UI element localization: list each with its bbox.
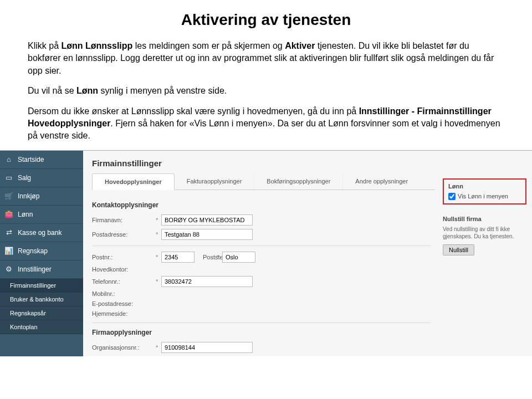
required-icon: *: [156, 217, 161, 223]
label-poststed: Poststed:: [195, 254, 217, 260]
text: Du vil nå se: [28, 86, 76, 95]
input-firmanavn[interactable]: [161, 214, 253, 226]
doc-paragraph-1: Klikk på Lønn Lønnsslipp les meldingen s…: [28, 40, 504, 77]
nullstill-title: Nullstill firma: [443, 216, 526, 222]
accounting-icon: 📊: [4, 247, 13, 255]
label-epost: E-postadresse:: [92, 300, 156, 307]
sidebar-item-regnskap[interactable]: 📊 Regnskap: [0, 242, 83, 260]
input-orgnr[interactable]: [161, 342, 253, 353]
label-hovedkontor: Hovedkontor:: [92, 266, 156, 273]
input-postnr[interactable]: [161, 252, 195, 263]
sidebar-item-label: Lønn: [18, 211, 33, 218]
nullstill-text: Ved nullstilling av ditt fi ikke gjenska…: [443, 226, 526, 240]
required-icon: *: [156, 231, 161, 238]
text: Klikk på: [28, 41, 61, 50]
input-telefonnr[interactable]: [161, 276, 253, 287]
label-orgnr: Organisasjonsnr.:: [92, 344, 156, 351]
text: synlig i menyen på venstre side.: [98, 86, 227, 95]
sidebar-item-label: Innkjøp: [18, 192, 39, 200]
tab-bokforingsopplysninger[interactable]: Bokføringsopplysninger: [254, 173, 343, 190]
sidebar-item-label: Salg: [18, 174, 31, 182]
payroll-icon: 👛: [4, 210, 13, 219]
input-poststed[interactable]: [222, 252, 255, 263]
divider: [92, 245, 431, 246]
doc-title: Aktivering av tjenesten: [28, 11, 504, 29]
right-column: Lønn Vis Lønn i menyen Nullstill firma V…: [435, 151, 532, 356]
nullstill-button[interactable]: Nullstill: [443, 244, 474, 255]
sidebar-item-innstillinger[interactable]: ⚙ Innstillinger: [0, 260, 83, 279]
vis-lonn-checkbox[interactable]: [448, 193, 456, 200]
bank-icon: ⇄: [4, 228, 13, 237]
doc-paragraph-2: Du vil nå se Lønn synlig i menyen på ven…: [28, 85, 504, 97]
sidebar-item-label: Startside: [18, 156, 44, 163]
page-title: Firmainnstillinger: [92, 158, 435, 168]
lonn-box: Lønn Vis Lønn i menyen: [443, 178, 526, 204]
sidebar-item-innkjop[interactable]: 🛒 Innkjøp: [0, 187, 83, 206]
label-mobilnr: Mobilnr.:: [92, 290, 156, 297]
tab-andre-opplysninger[interactable]: Andre opplysninger: [343, 173, 420, 190]
vis-lonn-checkbox-row[interactable]: Vis Lønn i menyen: [448, 193, 521, 200]
sidebar-item-salg[interactable]: ▭ Salg: [0, 169, 83, 187]
label-hjemmeside: Hjemmeside:: [92, 310, 156, 317]
required-icon: *: [156, 254, 161, 260]
tab-fakturaopplysninger[interactable]: Fakturaopplysninger: [175, 173, 255, 190]
text-bold: Lønn: [76, 86, 98, 95]
sidebar-sub-firmainnstillinger[interactable]: Firmainnstillinger: [0, 279, 83, 293]
vis-lonn-label: Vis Lønn i menyen: [458, 193, 508, 200]
label-postnr: Postnr.:: [92, 254, 156, 260]
sidebar-sub-bruker-bankkonto[interactable]: Bruker & bankkonto: [0, 293, 83, 306]
required-icon: *: [217, 254, 222, 260]
sidebar-item-label: Regnskap: [18, 247, 48, 255]
sidebar-sub-kontoplan[interactable]: Kontoplan: [0, 320, 83, 334]
text-bold: Aktiver: [285, 41, 315, 50]
lonn-box-title: Lønn: [448, 183, 521, 190]
section-kontaktopplysninger: Kontaktopplysninger: [92, 201, 431, 209]
required-icon: *: [156, 344, 161, 351]
main-content: Firmainnstillinger Hovedopplysninger Fak…: [83, 151, 435, 356]
label-telefonnr: Telefonnr.:: [92, 278, 156, 285]
sidebar-item-lonn[interactable]: 👛 Lønn: [0, 206, 83, 224]
label-postadresse: Postadresse:: [92, 231, 156, 238]
sidebar-item-label: Innstillinger: [18, 265, 52, 273]
sidebar-item-label: Kasse og bank: [18, 229, 62, 237]
section-firmaopplysninger: Firmaopplysninger: [92, 329, 431, 336]
sidebar: ⌂ Startside ▭ Salg 🛒 Innkjøp 👛 Lønn ⇄ Ka…: [0, 151, 83, 356]
text: les meldingen som er på skjermen og: [132, 41, 285, 50]
tab-hovedopplysninger[interactable]: Hovedopplysninger: [92, 173, 175, 190]
text-bold: Lønn Lønnsslipp: [61, 41, 132, 50]
text: Dersom du ikke ønsker at Lønnsslipp skal…: [28, 106, 359, 116]
sidebar-item-startside[interactable]: ⌂ Startside: [0, 151, 83, 169]
label-firmanavn: Firmanavn:: [92, 217, 156, 223]
sales-icon: ▭: [4, 173, 13, 182]
required-icon: *: [156, 278, 161, 285]
home-icon: ⌂: [4, 155, 13, 164]
sidebar-sub-regnskapsar[interactable]: Regnskapsår: [0, 306, 83, 320]
divider: [92, 323, 431, 323]
cart-icon: 🛒: [4, 192, 13, 201]
doc-paragraph-3: Dersom du ikke ønsker at Lønnsslipp skal…: [28, 105, 504, 142]
tabs: Hovedopplysninger Fakturaopplysninger Bo…: [92, 173, 435, 190]
sidebar-item-kasse[interactable]: ⇄ Kasse og bank: [0, 224, 83, 242]
input-postadresse[interactable]: [161, 229, 253, 240]
gear-icon: ⚙: [4, 265, 13, 274]
